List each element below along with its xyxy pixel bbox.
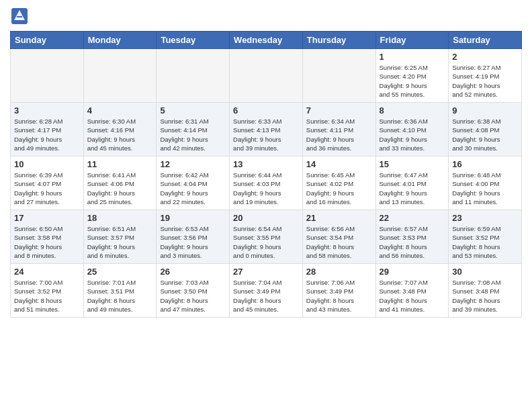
calendar-cell: 30Sunrise: 7:08 AM Sunset: 3:48 PM Dayli… bbox=[449, 264, 522, 318]
day-info: Sunrise: 7:01 AM Sunset: 3:51 PM Dayligh… bbox=[87, 278, 153, 314]
day-number: 26 bbox=[160, 267, 226, 277]
day-info: Sunrise: 6:57 AM Sunset: 3:53 PM Dayligh… bbox=[380, 224, 445, 260]
calendar-cell: 4Sunrise: 6:30 AM Sunset: 4:16 PM Daylig… bbox=[83, 103, 157, 156]
day-number: 19 bbox=[160, 213, 226, 223]
calendar-cell: 19Sunrise: 6:53 AM Sunset: 3:56 PM Dayli… bbox=[157, 210, 230, 264]
day-info: Sunrise: 6:36 AM Sunset: 4:10 PM Dayligh… bbox=[380, 117, 445, 152]
day-number: 29 bbox=[380, 267, 445, 277]
day-number: 14 bbox=[306, 159, 372, 169]
day-info: Sunrise: 6:25 AM Sunset: 4:20 PM Dayligh… bbox=[380, 63, 445, 99]
calendar-header-tuesday: Tuesday bbox=[157, 32, 230, 49]
day-number: 8 bbox=[380, 105, 445, 116]
day-number: 10 bbox=[14, 159, 80, 169]
day-info: Sunrise: 6:30 AM Sunset: 4:16 PM Dayligh… bbox=[87, 117, 153, 152]
day-number: 28 bbox=[306, 267, 372, 277]
day-number: 2 bbox=[452, 52, 518, 62]
calendar-cell: 2Sunrise: 6:27 AM Sunset: 4:19 PM Daylig… bbox=[449, 49, 522, 103]
day-info: Sunrise: 7:00 AM Sunset: 3:52 PM Dayligh… bbox=[14, 278, 80, 314]
day-info: Sunrise: 7:06 AM Sunset: 3:49 PM Dayligh… bbox=[306, 278, 372, 314]
calendar-header-sunday: Sunday bbox=[11, 32, 84, 49]
calendar-cell: 21Sunrise: 6:56 AM Sunset: 3:54 PM Dayli… bbox=[302, 210, 375, 264]
calendar-cell: 1Sunrise: 6:25 AM Sunset: 4:20 PM Daylig… bbox=[375, 49, 449, 103]
day-info: Sunrise: 6:45 AM Sunset: 4:02 PM Dayligh… bbox=[306, 171, 372, 206]
calendar-cell: 18Sunrise: 6:51 AM Sunset: 3:57 PM Dayli… bbox=[83, 210, 157, 264]
day-info: Sunrise: 6:44 AM Sunset: 4:03 PM Dayligh… bbox=[233, 171, 299, 206]
day-number: 27 bbox=[233, 267, 299, 277]
calendar-cell: 13Sunrise: 6:44 AM Sunset: 4:03 PM Dayli… bbox=[230, 156, 303, 210]
calendar-cell: 20Sunrise: 6:54 AM Sunset: 3:55 PM Dayli… bbox=[230, 210, 303, 264]
logo bbox=[10, 7, 32, 26]
calendar-week-row: 3Sunrise: 6:28 AM Sunset: 4:17 PM Daylig… bbox=[11, 103, 522, 156]
calendar-header-row: SundayMondayTuesdayWednesdayThursdayFrid… bbox=[11, 32, 522, 49]
day-info: Sunrise: 6:33 AM Sunset: 4:13 PM Dayligh… bbox=[233, 117, 299, 152]
day-number: 18 bbox=[87, 213, 153, 223]
calendar-cell: 29Sunrise: 7:07 AM Sunset: 3:48 PM Dayli… bbox=[375, 264, 449, 318]
day-info: Sunrise: 6:39 AM Sunset: 4:07 PM Dayligh… bbox=[14, 171, 80, 206]
day-number: 16 bbox=[452, 159, 518, 169]
day-number: 5 bbox=[160, 105, 226, 116]
calendar-header-monday: Monday bbox=[83, 32, 157, 49]
day-info: Sunrise: 6:42 AM Sunset: 4:04 PM Dayligh… bbox=[160, 171, 226, 206]
logo-icon bbox=[10, 7, 29, 26]
day-number: 20 bbox=[233, 213, 299, 223]
calendar-cell: 23Sunrise: 6:59 AM Sunset: 3:52 PM Dayli… bbox=[449, 210, 522, 264]
calendar-cell: 16Sunrise: 6:48 AM Sunset: 4:00 PM Dayli… bbox=[449, 156, 522, 210]
calendar-cell bbox=[230, 49, 303, 103]
day-info: Sunrise: 6:54 AM Sunset: 3:55 PM Dayligh… bbox=[233, 224, 299, 260]
day-number: 1 bbox=[380, 52, 445, 62]
day-number: 22 bbox=[380, 213, 445, 223]
calendar-cell: 17Sunrise: 6:50 AM Sunset: 3:58 PM Dayli… bbox=[11, 210, 84, 264]
day-info: Sunrise: 6:41 AM Sunset: 4:06 PM Dayligh… bbox=[87, 171, 153, 206]
day-info: Sunrise: 6:47 AM Sunset: 4:01 PM Dayligh… bbox=[380, 171, 445, 206]
day-number: 4 bbox=[87, 105, 153, 116]
calendar-cell: 12Sunrise: 6:42 AM Sunset: 4:04 PM Dayli… bbox=[157, 156, 230, 210]
day-number: 9 bbox=[452, 105, 518, 116]
calendar-week-row: 10Sunrise: 6:39 AM Sunset: 4:07 PM Dayli… bbox=[11, 156, 522, 210]
calendar-cell bbox=[11, 49, 84, 103]
day-info: Sunrise: 6:53 AM Sunset: 3:56 PM Dayligh… bbox=[160, 224, 226, 260]
calendar-cell: 26Sunrise: 7:03 AM Sunset: 3:50 PM Dayli… bbox=[157, 264, 230, 318]
day-info: Sunrise: 6:28 AM Sunset: 4:17 PM Dayligh… bbox=[14, 117, 80, 152]
day-info: Sunrise: 6:48 AM Sunset: 4:00 PM Dayligh… bbox=[452, 171, 518, 206]
calendar-cell: 14Sunrise: 6:45 AM Sunset: 4:02 PM Dayli… bbox=[302, 156, 375, 210]
svg-rect-2 bbox=[17, 16, 22, 17]
calendar-cell: 9Sunrise: 6:38 AM Sunset: 4:08 PM Daylig… bbox=[449, 103, 522, 156]
calendar-cell: 5Sunrise: 6:31 AM Sunset: 4:14 PM Daylig… bbox=[157, 103, 230, 156]
calendar-header-wednesday: Wednesday bbox=[230, 32, 303, 49]
calendar-header-saturday: Saturday bbox=[449, 32, 522, 49]
day-number: 7 bbox=[306, 105, 372, 116]
day-info: Sunrise: 7:04 AM Sunset: 3:49 PM Dayligh… bbox=[233, 278, 299, 314]
calendar-cell: 6Sunrise: 6:33 AM Sunset: 4:13 PM Daylig… bbox=[230, 103, 303, 156]
day-info: Sunrise: 6:31 AM Sunset: 4:14 PM Dayligh… bbox=[160, 117, 226, 152]
day-info: Sunrise: 6:51 AM Sunset: 3:57 PM Dayligh… bbox=[87, 224, 153, 260]
day-info: Sunrise: 7:08 AM Sunset: 3:48 PM Dayligh… bbox=[452, 278, 518, 314]
calendar-week-row: 24Sunrise: 7:00 AM Sunset: 3:52 PM Dayli… bbox=[11, 264, 522, 318]
day-number: 17 bbox=[14, 213, 80, 223]
header bbox=[10, 7, 522, 26]
day-info: Sunrise: 6:27 AM Sunset: 4:19 PM Dayligh… bbox=[452, 63, 518, 99]
day-info: Sunrise: 6:34 AM Sunset: 4:11 PM Dayligh… bbox=[306, 117, 372, 152]
calendar-cell: 28Sunrise: 7:06 AM Sunset: 3:49 PM Dayli… bbox=[302, 264, 375, 318]
day-number: 24 bbox=[14, 267, 80, 277]
calendar-cell bbox=[157, 49, 230, 103]
calendar-week-row: 17Sunrise: 6:50 AM Sunset: 3:58 PM Dayli… bbox=[11, 210, 522, 264]
calendar-header-thursday: Thursday bbox=[302, 32, 375, 49]
day-number: 21 bbox=[306, 213, 372, 223]
page: SundayMondayTuesdayWednesdayThursdayFrid… bbox=[0, 0, 532, 411]
calendar-cell: 24Sunrise: 7:00 AM Sunset: 3:52 PM Dayli… bbox=[11, 264, 84, 318]
calendar-cell: 3Sunrise: 6:28 AM Sunset: 4:17 PM Daylig… bbox=[11, 103, 84, 156]
day-number: 12 bbox=[160, 159, 226, 169]
calendar-cell: 11Sunrise: 6:41 AM Sunset: 4:06 PM Dayli… bbox=[83, 156, 157, 210]
calendar-cell: 8Sunrise: 6:36 AM Sunset: 4:10 PM Daylig… bbox=[375, 103, 449, 156]
calendar-week-row: 1Sunrise: 6:25 AM Sunset: 4:20 PM Daylig… bbox=[11, 49, 522, 103]
day-number: 11 bbox=[87, 159, 153, 169]
day-number: 3 bbox=[14, 105, 80, 116]
day-number: 23 bbox=[452, 213, 518, 223]
day-number: 6 bbox=[233, 105, 299, 116]
calendar-cell: 22Sunrise: 6:57 AM Sunset: 3:53 PM Dayli… bbox=[375, 210, 449, 264]
day-info: Sunrise: 7:07 AM Sunset: 3:48 PM Dayligh… bbox=[380, 278, 445, 314]
calendar-cell bbox=[302, 49, 375, 103]
calendar-cell: 10Sunrise: 6:39 AM Sunset: 4:07 PM Dayli… bbox=[11, 156, 84, 210]
day-number: 30 bbox=[452, 267, 518, 277]
calendar-cell bbox=[83, 49, 157, 103]
